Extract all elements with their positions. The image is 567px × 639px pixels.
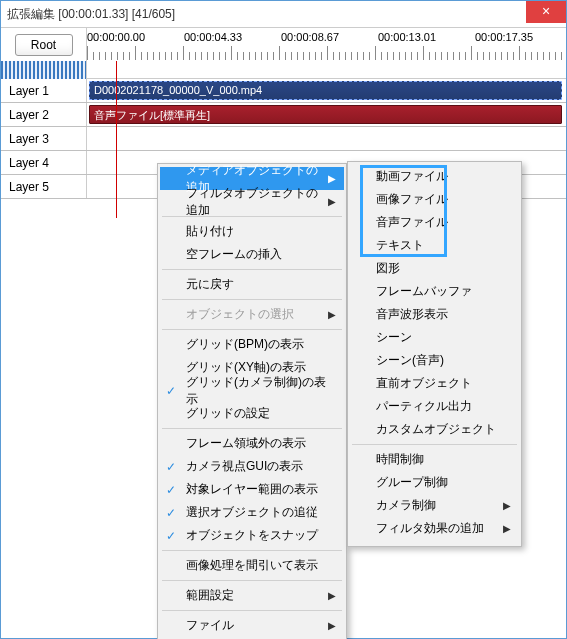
menu-item[interactable]: 音声ファイル xyxy=(350,211,519,234)
ruler-tick-label: 00:00:13.01 xyxy=(378,31,436,43)
layer-label[interactable]: Layer 5 xyxy=(1,175,87,198)
menu-separator xyxy=(162,216,342,217)
menu-item: オブジェクトの選択▶ xyxy=(160,303,344,326)
menu-item[interactable]: グリッド(BPM)の表示 xyxy=(160,333,344,356)
menu-item-label: 空フレームの挿入 xyxy=(186,246,282,263)
chevron-right-icon: ▶ xyxy=(328,309,336,320)
menu-item[interactable]: パーティクル出力 xyxy=(350,395,519,418)
menu-item-label: 対象レイヤー範囲の表示 xyxy=(186,481,318,498)
layer-label[interactable]: Layer 1 xyxy=(1,79,87,102)
chevron-right-icon: ▶ xyxy=(503,523,511,534)
menu-item-label: グループ制御 xyxy=(376,474,448,491)
menu-item[interactable]: グループ制御 xyxy=(350,471,519,494)
layer-row[interactable]: Layer 2音声ファイル[標準再生] xyxy=(1,103,566,127)
layer-label[interactable]: Layer 4 xyxy=(1,151,87,174)
menu-item[interactable]: カスタムオブジェクト xyxy=(350,418,519,441)
layer-row[interactable]: Layer 3 xyxy=(1,127,566,151)
menu-item[interactable]: 貼り付け xyxy=(160,220,344,243)
menu-item-label: 直前オブジェクト xyxy=(376,375,472,392)
close-button[interactable]: × xyxy=(526,1,566,23)
menu-item-label: フィルタ効果の追加 xyxy=(376,520,484,537)
menu-item-label: 図形 xyxy=(376,260,400,277)
layer-track[interactable]: 音声ファイル[標準再生] xyxy=(87,103,566,126)
layer-row[interactable]: Layer 1D0002021178_00000_V_000.mp4 xyxy=(1,79,566,103)
menu-item[interactable]: ✓オブジェクトをスナップ xyxy=(160,524,344,547)
menu-item-label: フレーム領域外の表示 xyxy=(186,435,306,452)
check-icon: ✓ xyxy=(166,483,176,497)
frame-hatch xyxy=(1,61,87,79)
context-submenu[interactable]: 動画ファイル画像ファイル音声ファイルテキスト図形フレームバッファ音声波形表示シー… xyxy=(347,161,522,547)
menu-item-label: グリッド(BPM)の表示 xyxy=(186,336,304,353)
menu-item-label: グリッドの設定 xyxy=(186,405,270,422)
menu-separator xyxy=(162,299,342,300)
menu-item[interactable]: フィルタオブジェクトの追加▶ xyxy=(160,190,344,213)
video-clip[interactable]: D0002021178_00000_V_000.mp4 xyxy=(89,81,562,100)
menu-item[interactable]: グリッドの設定 xyxy=(160,402,344,425)
menu-item[interactable]: 画像処理を間引いて表示 xyxy=(160,554,344,577)
menu-item[interactable]: 図形 xyxy=(350,257,519,280)
menu-separator xyxy=(162,329,342,330)
check-icon: ✓ xyxy=(166,460,176,474)
menu-item[interactable]: 元に戻す xyxy=(160,273,344,296)
root-button[interactable]: Root xyxy=(15,34,73,56)
menu-item[interactable]: ✓選択オブジェクトの追従 xyxy=(160,501,344,524)
audio-clip[interactable]: 音声ファイル[標準再生] xyxy=(89,105,562,124)
chevron-right-icon: ▶ xyxy=(328,590,336,601)
menu-item-label: 範囲設定 xyxy=(186,587,234,604)
menu-item-label: カメラ制御 xyxy=(376,497,436,514)
ruler-tick-label: 00:00:08.67 xyxy=(281,31,339,43)
menu-item-label: 音声ファイル xyxy=(376,214,448,231)
menu-item[interactable]: シーン xyxy=(350,326,519,349)
menu-separator xyxy=(162,550,342,551)
layer-track[interactable] xyxy=(87,127,566,150)
menu-item[interactable]: 画像ファイル xyxy=(350,188,519,211)
frame-hatch-row xyxy=(1,61,566,79)
menu-item[interactable]: 範囲設定▶ xyxy=(160,584,344,607)
menu-separator xyxy=(162,580,342,581)
menu-item[interactable]: 動画ファイル xyxy=(350,165,519,188)
menu-item-label: フィルタオブジェクトの追加 xyxy=(186,185,328,219)
menu-item[interactable]: ✓カメラ視点GUIの表示 xyxy=(160,455,344,478)
menu-item[interactable]: カメラ制御▶ xyxy=(350,494,519,517)
menu-item-label: シーン xyxy=(376,329,412,346)
menu-item[interactable]: ✓グリッド(カメラ制御)の表示 xyxy=(160,379,344,402)
menu-separator xyxy=(352,444,517,445)
menu-item[interactable]: ✓対象レイヤー範囲の表示 xyxy=(160,478,344,501)
menu-item[interactable]: ファイル▶ xyxy=(160,614,344,637)
layer-label[interactable]: Layer 3 xyxy=(1,127,87,150)
menu-item-label: テキスト xyxy=(376,237,424,254)
menu-item[interactable]: フィルタ効果の追加▶ xyxy=(350,517,519,540)
menu-item[interactable]: 直前オブジェクト xyxy=(350,372,519,395)
menu-item-label: オブジェクトをスナップ xyxy=(186,527,318,544)
playhead[interactable] xyxy=(116,61,117,218)
chevron-right-icon: ▶ xyxy=(328,620,336,631)
menu-item[interactable]: フレーム領域外の表示 xyxy=(160,432,344,455)
check-icon: ✓ xyxy=(166,506,176,520)
menu-item-label: 動画ファイル xyxy=(376,168,448,185)
menu-item-label: 画像処理を間引いて表示 xyxy=(186,557,318,574)
check-icon: ✓ xyxy=(166,384,176,398)
menu-item[interactable]: フレームバッファ xyxy=(350,280,519,303)
layer-label[interactable]: Layer 2 xyxy=(1,103,87,126)
ruler-tick-label: 00:00:17.35 xyxy=(475,31,533,43)
layer-track[interactable]: D0002021178_00000_V_000.mp4 xyxy=(87,79,566,102)
menu-separator xyxy=(162,610,342,611)
ruler-tick-label: 00:00:00.00 xyxy=(87,31,145,43)
menu-item[interactable]: 音声波形表示 xyxy=(350,303,519,326)
timeline-ruler[interactable]: 00:00:00.0000:00:04.3300:00:08.6700:00:1… xyxy=(87,28,566,61)
menu-item-label: 選択オブジェクトの追従 xyxy=(186,504,318,521)
window: 拡張編集 [00:00:01.33] [41/605] × Root 00:00… xyxy=(0,0,567,639)
chevron-right-icon: ▶ xyxy=(328,173,336,184)
root-col: Root xyxy=(1,28,87,61)
menu-separator xyxy=(162,269,342,270)
menu-item-label: パーティクル出力 xyxy=(376,398,472,415)
menu-item[interactable]: 空フレームの挿入 xyxy=(160,243,344,266)
menu-item-label: カメラ視点GUIの表示 xyxy=(186,458,303,475)
menu-item[interactable]: 時間制御 xyxy=(350,448,519,471)
menu-item-label: カスタムオブジェクト xyxy=(376,421,496,438)
menu-item[interactable]: シーン(音声) xyxy=(350,349,519,372)
menu-item[interactable]: テキスト xyxy=(350,234,519,257)
menu-item-label: 音声波形表示 xyxy=(376,306,448,323)
context-menu[interactable]: メディアオブジェクトの追加▶フィルタオブジェクトの追加▶貼り付け空フレームの挿入… xyxy=(157,163,347,639)
toolbar-row: Root 00:00:00.0000:00:04.3300:00:08.6700… xyxy=(1,27,566,61)
